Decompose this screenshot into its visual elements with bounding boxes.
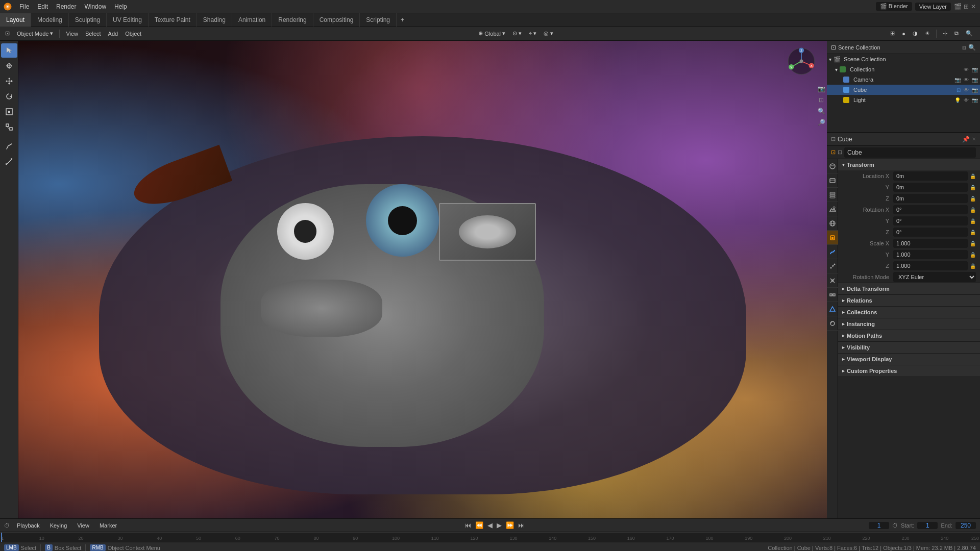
frame-timing-icon[interactable]: ⏱ [892,522,898,529]
editor-type-selector[interactable]: ⊡ [2,29,13,38]
object-menu[interactable]: Object [122,30,144,38]
tab-uv-editing[interactable]: UV Editing [107,13,149,27]
scale-z-lock[interactable]: 🔒 [970,263,976,269]
3d-viewport[interactable]: Z X Y 📷 ⊡ 🔍 🔎 [18,41,827,518]
collection-eye-icon[interactable]: 👁 [964,67,969,72]
menu-help[interactable]: Help [110,0,131,13]
play-button[interactable]: ▶ [495,521,503,529]
props-tab-modifiers[interactable] [827,245,838,259]
relations-header[interactable]: ▸ Relations [838,295,980,306]
menu-render[interactable]: Render [52,0,80,13]
delta-transform-header[interactable]: ▸ Delta Transform [838,283,980,294]
tab-rendering[interactable]: Rendering [272,13,313,27]
tool-rotate[interactable] [1,89,17,104]
location-y-field[interactable]: 0m [893,183,968,192]
pivot-point[interactable]: ⊙ ▾ [509,29,525,38]
header-close-icon[interactable]: ✕ [971,3,976,10]
tool-scale[interactable] [1,105,17,119]
view-layer-selector[interactable]: View Layer [915,3,951,11]
props-tab-physics[interactable] [827,273,838,288]
header-expand-icon[interactable]: ⊞ [964,3,969,10]
tab-compositing[interactable]: Compositing [313,13,360,27]
props-tab-particles[interactable] [827,259,838,273]
viewport-display-header[interactable]: ▸ Viewport Display [838,354,980,365]
properties-scroll[interactable]: ▾ Transform Location X 0m 🔒 [838,159,980,518]
add-menu[interactable]: Add [105,30,121,38]
props-tab-scene[interactable] [827,202,838,216]
tool-annotate[interactable] [1,139,17,154]
tab-scripting[interactable]: Scripting [360,13,397,27]
tab-animation[interactable]: Animation [232,13,272,27]
light-render-icon[interactable]: 📷 [972,97,978,103]
scale-x-field[interactable]: 1.000 [893,239,968,248]
viewport-shading-solid[interactable]: ● [899,30,909,38]
transform-header[interactable]: ▾ Transform [838,159,980,170]
location-x-field[interactable]: 0m [893,171,968,181]
frame-start-input[interactable] [917,522,938,529]
reverse-play-button[interactable]: ◀ [486,521,494,529]
blender-logo[interactable] [0,0,15,13]
location-z-field[interactable]: 0m [893,194,968,203]
viewport-shading-wireframe[interactable]: ⊞ [887,29,898,38]
viewport-nav-render[interactable]: ⊡ [816,95,826,105]
props-tab-constraints[interactable] [827,288,838,302]
object-mode-selector[interactable]: Object Mode ▾ [14,29,56,38]
frame-end-input[interactable] [955,522,976,529]
tool-measure[interactable] [1,155,17,169]
location-x-lock[interactable]: 🔒 [970,173,976,179]
viewport-gizmo[interactable]: Z X Y [786,46,822,82]
jump-to-start-button[interactable]: ⏮ [463,521,473,529]
viewport-nav-camera[interactable]: 📷 [816,84,826,94]
motion-paths-header[interactable]: ▸ Motion Paths [838,330,980,341]
light-eye-icon[interactable]: 👁 [964,97,969,103]
rotation-x-lock[interactable]: 🔒 [970,207,976,213]
viewport-shading-material[interactable]: ◑ [910,29,921,38]
tab-layout[interactable]: Layout [0,13,31,27]
outliner-search-icon[interactable]: 🔍 [968,44,976,51]
overlays-toggle[interactable]: ⧉ [951,29,962,38]
location-z-lock[interactable]: 🔒 [970,196,976,202]
tab-shading[interactable]: Shading [197,13,232,27]
tab-texture-paint[interactable]: Texture Paint [149,13,197,27]
viewport-shading-rendered[interactable]: ☀ [922,29,933,38]
header-scene-icon[interactable]: 🎬 [954,3,962,10]
scale-y-lock[interactable]: 🔒 [970,252,976,258]
timeline-ruler[interactable]: 1 10 20 30 40 50 60 70 80 90 100 110 120… [0,532,980,542]
props-tab-material[interactable] [827,316,838,331]
location-y-lock[interactable]: 🔒 [970,185,976,190]
menu-edit[interactable]: Edit [33,0,52,13]
rotation-y-field[interactable]: 0° [893,216,968,226]
props-tab-world[interactable] [827,216,838,231]
scene-collection-row[interactable]: ▾ 🎬 Scene Collection [827,54,980,64]
scale-z-field[interactable]: 1.000 [893,261,968,270]
current-frame-input[interactable]: 1 [869,522,889,529]
rotation-y-lock[interactable]: 🔒 [970,218,976,224]
rotation-z-field[interactable]: 0° [893,228,968,237]
scale-y-field[interactable]: 1.000 [893,250,968,259]
collection-row[interactable]: ▾ Collection 👁 📷 [827,64,980,74]
timeline-view-menu[interactable]: View [74,521,92,530]
playback-menu[interactable]: Playback [14,521,43,530]
snap-toggle[interactable]: ⌖ ▾ [526,29,540,38]
jump-back-button[interactable]: ⏪ [474,521,485,529]
timeline-track[interactable]: 1 10 20 30 40 50 60 70 80 90 100 110 120… [0,532,980,542]
light-row[interactable]: Light 💡 👁 📷 [827,95,980,105]
props-tab-object-data[interactable] [827,302,838,316]
tab-modeling[interactable]: Modeling [31,13,69,27]
instancing-header[interactable]: ▸ Instancing [838,318,980,330]
select-menu[interactable]: Select [82,30,104,38]
props-tab-output[interactable] [827,173,838,188]
props-tab-view-layer[interactable] [827,188,838,202]
collections-header[interactable]: ▸ Collections [838,307,980,318]
camera-eye-icon[interactable]: 👁 [964,77,969,83]
camera-row[interactable]: Camera 📷 👁 📷 [827,74,980,85]
keying-menu[interactable]: Keying [47,521,70,530]
properties-pin-icon[interactable]: 📌 [962,136,970,143]
marker-menu[interactable]: Marker [96,521,120,530]
collection-render-icon[interactable]: 📷 [972,67,978,72]
custom-properties-header[interactable]: ▸ Custom Properties [838,365,980,377]
jump-forward-button[interactable]: ⏩ [504,521,516,529]
view-menu[interactable]: View [63,30,81,38]
visibility-header[interactable]: ▸ Visibility [838,342,980,353]
rotation-mode-select[interactable]: XYZ Euler [893,272,976,282]
